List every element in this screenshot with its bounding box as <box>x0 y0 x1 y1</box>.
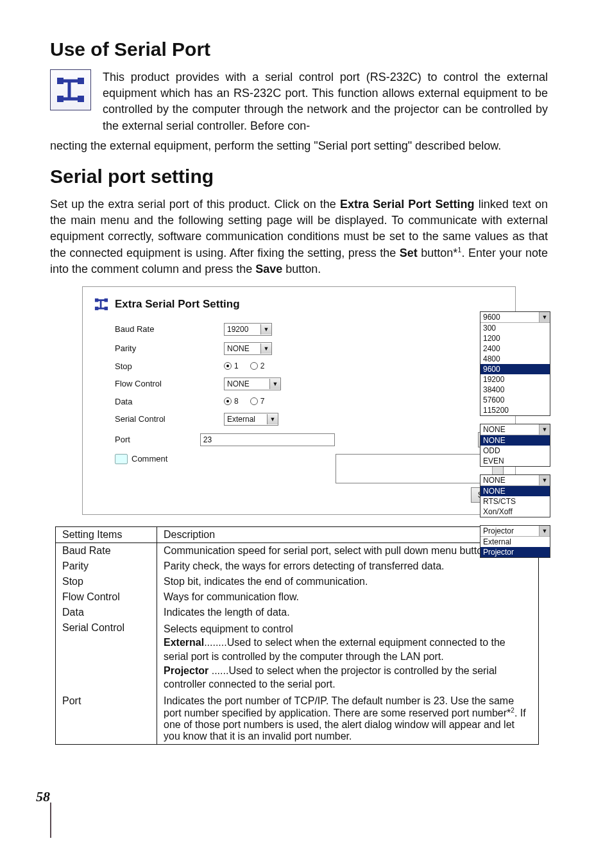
baud-rate-select[interactable]: 19200 ▼ <box>224 323 272 336</box>
radio-checked-icon <box>224 362 232 370</box>
chevron-down-icon[interactable]: ▼ <box>539 312 550 322</box>
data-radio-8[interactable]: 8 <box>224 397 239 406</box>
panel-title-text: Extra Serial Port Setting <box>115 298 240 311</box>
flow-dropdown-current: NONE <box>480 475 539 485</box>
sps-paragraph: Set up the extra serial port of this pro… <box>50 196 548 277</box>
comment-icon <box>115 454 128 464</box>
data-opt1-label: 8 <box>234 397 239 406</box>
baud-dropdown-current: 9600 <box>480 312 539 322</box>
row-stop-desc: Stop bit, indicates the end of communica… <box>157 574 538 589</box>
parity-select[interactable]: NONE ▼ <box>224 342 272 355</box>
sps-text-after-set: button* <box>418 247 458 259</box>
dropdown-option[interactable]: 1200 <box>480 333 550 343</box>
dropdown-option[interactable]: 9600 <box>480 364 550 374</box>
chevron-down-icon[interactable]: ▼ <box>269 379 280 389</box>
row-sc-desc: Selects equipment to control <box>164 622 532 636</box>
network-icon <box>50 69 91 110</box>
dropdown-popouts: 9600 ▼ 300120024004800960019200384005760… <box>480 311 550 566</box>
sps-text: Set up the extra serial port of this pro… <box>50 198 340 211</box>
parity-dropdown-current: NONE <box>480 424 539 435</box>
intro-text-first-lines: This product provides with a serial cont… <box>103 69 548 134</box>
chevron-down-icon[interactable]: ▼ <box>539 526 550 536</box>
chevron-down-icon[interactable]: ▼ <box>539 475 550 485</box>
chevron-down-icon[interactable]: ▼ <box>267 414 278 424</box>
comment-label: Comment <box>132 454 167 464</box>
dropdown-option[interactable]: 2400 <box>480 343 550 354</box>
page-number: 58 <box>36 788 50 805</box>
row-sc-ext-dots: ........ <box>204 637 227 648</box>
row-sc-name: Serial Control <box>56 620 157 693</box>
radio-unchecked-icon <box>250 362 258 370</box>
data-radio-7[interactable]: 7 <box>250 397 265 406</box>
sps-bold-extra: Extra Serial Port Setting <box>340 198 475 211</box>
dropdown-option[interactable]: 38400 <box>480 385 550 395</box>
row-stop-name: Stop <box>56 574 157 589</box>
comment-textarea[interactable]: ▲ ▼ <box>336 454 504 483</box>
svg-rect-6 <box>78 96 84 102</box>
serial-control-select[interactable]: External ▼ <box>224 413 278 426</box>
chevron-down-icon[interactable]: ▼ <box>260 343 271 354</box>
parity-label: Parity <box>115 343 224 353</box>
row-flow-desc: Ways for communication flow. <box>157 589 538 605</box>
dropdown-option[interactable]: 300 <box>480 323 550 333</box>
row-sc-ext-label: External <box>164 637 204 648</box>
sps-bold-save: Save <box>255 263 282 275</box>
sc-dropdown-current: Projector <box>480 526 539 536</box>
dropdown-option[interactable]: 57600 <box>480 395 550 405</box>
row-baud-name: Baud Rate <box>56 543 157 559</box>
parity-value: NONE <box>225 344 260 353</box>
chevron-down-icon[interactable]: ▼ <box>539 424 550 435</box>
table-header-items: Setting Items <box>56 527 157 542</box>
flow-control-value: NONE <box>225 379 269 388</box>
svg-rect-12 <box>95 307 99 311</box>
port-input[interactable] <box>200 433 335 446</box>
dropdown-option[interactable]: ODD <box>480 446 550 456</box>
row-port-desc: Indicates the port number of TCP/IP. The… <box>157 693 538 744</box>
svg-rect-5 <box>57 96 64 102</box>
dropdown-option[interactable]: RTS/CTS <box>480 496 550 507</box>
row-parity-name: Parity <box>56 559 157 574</box>
row-port-desc-pre: Indicates the port number of TCP/IP. The… <box>164 695 514 718</box>
dropdown-option[interactable]: NONE <box>480 486 550 496</box>
row-sc-projector: Projector ......Used to select when the … <box>164 664 532 691</box>
baud-rate-dropdown-list[interactable]: 9600 ▼ 300120024004800960019200384005760… <box>480 311 550 416</box>
row-flow-name: Flow Control <box>56 589 157 605</box>
svg-rect-3 <box>57 78 64 84</box>
sps-bold-set: Set <box>400 247 418 259</box>
extra-serial-port-settings-panel: Extra Serial Port Setting Baud Rate 1920… <box>82 286 516 515</box>
heading-use-of-serial-port: Use of Serial Port <box>50 39 548 60</box>
dropdown-option[interactable]: External <box>480 537 550 547</box>
sps-text-end: button. <box>282 263 321 275</box>
svg-rect-10 <box>95 299 99 302</box>
dropdown-option[interactable]: Xon/Xoff <box>480 507 550 517</box>
baud-rate-value: 19200 <box>225 325 260 334</box>
flow-dropdown-list[interactable]: NONE ▼ NONERTS/CTSXon/Xoff <box>480 474 550 517</box>
row-data-desc: Indicates the length of data. <box>157 605 538 620</box>
svg-rect-4 <box>78 78 84 84</box>
dropdown-option[interactable]: 4800 <box>480 354 550 364</box>
stop-opt2-label: 2 <box>260 361 265 370</box>
row-port-name: Port <box>56 693 157 744</box>
svg-rect-11 <box>105 299 108 302</box>
parity-dropdown-list[interactable]: NONE ▼ NONEODDEVEN <box>480 424 550 467</box>
flow-control-select[interactable]: NONE ▼ <box>224 378 281 390</box>
dropdown-option[interactable]: 19200 <box>480 374 550 385</box>
chevron-down-icon[interactable]: ▼ <box>260 324 271 334</box>
stop-opt1-label: 1 <box>234 361 239 370</box>
flow-control-label: Flow Control <box>115 379 224 388</box>
dropdown-option[interactable]: EVEN <box>480 456 550 466</box>
dropdown-option[interactable]: 115200 <box>480 405 550 415</box>
serial-control-dropdown-list[interactable]: Projector ▼ ExternalProjector <box>480 525 550 558</box>
row-data-name: Data <box>56 605 157 620</box>
intro-text-rest: necting the external equipment, perform … <box>50 138 548 154</box>
stop-radio-1[interactable]: 1 <box>224 361 239 370</box>
network-small-icon <box>94 297 108 311</box>
stop-radio-2[interactable]: 2 <box>250 361 265 370</box>
dropdown-option[interactable]: NONE <box>480 435 550 446</box>
data-opt2-label: 7 <box>260 397 265 406</box>
settings-description-table: Setting Items Description Baud Rate Comm… <box>55 526 539 745</box>
dropdown-option[interactable]: Projector <box>480 547 550 557</box>
port-label: Port <box>115 435 200 444</box>
radio-unchecked-icon <box>250 397 258 405</box>
svg-rect-13 <box>105 307 108 311</box>
